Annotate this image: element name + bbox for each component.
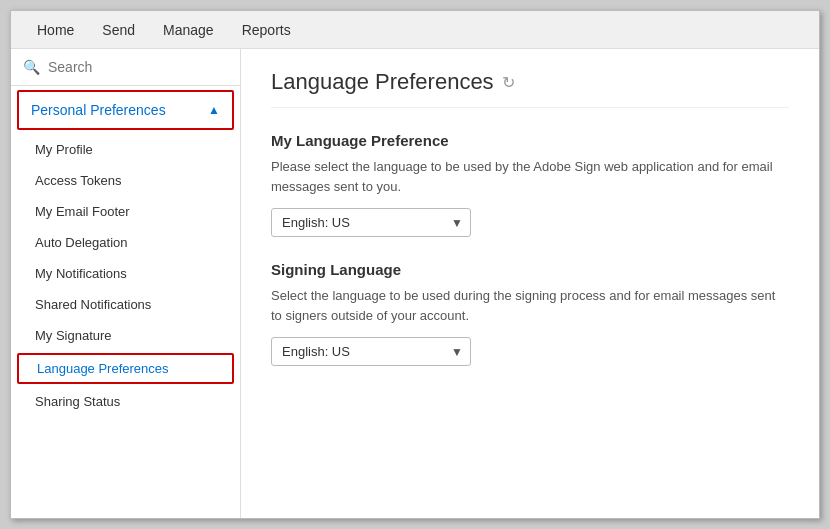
language-dropdown[interactable]: English: US French German Spanish Japane… xyxy=(271,208,471,237)
sidebar-item-auto-delegation[interactable]: Auto Delegation xyxy=(11,227,240,258)
nav-home[interactable]: Home xyxy=(23,14,88,46)
app-window: Home Send Manage Reports 🔍 Personal Pref… xyxy=(10,10,820,519)
sidebar-item-my-notifications[interactable]: My Notifications xyxy=(11,258,240,289)
personal-preferences-header[interactable]: Personal Preferences ▲ xyxy=(17,90,234,130)
language-preference-section: My Language Preference Please select the… xyxy=(271,132,789,261)
language-dropdown-wrapper: English: US French German Spanish Japane… xyxy=(271,208,471,237)
section1-desc: Please select the language to be used by… xyxy=(271,157,789,196)
page-title: Language Preferences xyxy=(271,69,494,95)
nav-manage[interactable]: Manage xyxy=(149,14,228,46)
signing-language-section: Signing Language Select the language to … xyxy=(271,261,789,390)
chevron-up-icon: ▲ xyxy=(208,103,220,117)
sidebar-item-my-signature[interactable]: My Signature xyxy=(11,320,240,351)
nav-reports[interactable]: Reports xyxy=(228,14,305,46)
search-input[interactable] xyxy=(48,59,228,75)
content-header: Language Preferences ↻ xyxy=(271,69,789,108)
section1-heading: My Language Preference xyxy=(271,132,789,149)
search-icon: 🔍 xyxy=(23,59,40,75)
sidebar-item-access-tokens[interactable]: Access Tokens xyxy=(11,165,240,196)
sidebar-item-shared-notifications[interactable]: Shared Notifications xyxy=(11,289,240,320)
sidebar-item-language-preferences[interactable]: Language Preferences xyxy=(17,353,234,384)
sidebar: 🔍 Personal Preferences ▲ My Profile Acce… xyxy=(11,49,241,518)
sidebar-item-my-email-footer[interactable]: My Email Footer xyxy=(11,196,240,227)
signing-language-dropdown[interactable]: English: US French German Spanish Japane… xyxy=(271,337,471,366)
section2-heading: Signing Language xyxy=(271,261,789,278)
main-area: 🔍 Personal Preferences ▲ My Profile Acce… xyxy=(11,49,819,518)
search-box: 🔍 xyxy=(11,49,240,86)
section2-desc: Select the language to be used during th… xyxy=(271,286,789,325)
personal-preferences-label: Personal Preferences xyxy=(31,102,166,118)
sidebar-item-my-profile[interactable]: My Profile xyxy=(11,134,240,165)
top-nav: Home Send Manage Reports xyxy=(11,11,819,49)
sidebar-item-sharing-status[interactable]: Sharing Status xyxy=(11,386,240,417)
nav-send[interactable]: Send xyxy=(88,14,149,46)
sidebar-section: Personal Preferences ▲ My Profile Access… xyxy=(11,86,240,417)
signing-language-dropdown-wrapper: English: US French German Spanish Japane… xyxy=(271,337,471,366)
refresh-icon[interactable]: ↻ xyxy=(502,73,515,92)
content-area: Language Preferences ↻ My Language Prefe… xyxy=(241,49,819,518)
